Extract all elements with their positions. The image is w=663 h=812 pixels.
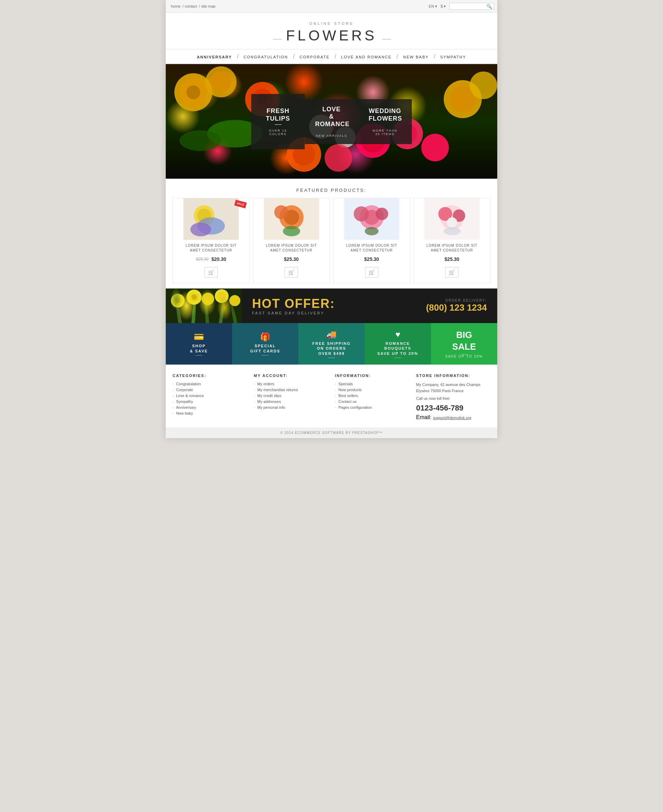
- contact-link[interactable]: contact: [185, 4, 197, 8]
- hot-offer-phone-label: order delivery:: [426, 298, 487, 302]
- product-price-row-1: $25.30 $20.30: [173, 254, 249, 264]
- header-subtitle: ONLINE STORE: [166, 21, 497, 26]
- footer-categories-title: CATEGORIES:: [173, 374, 247, 378]
- list-item: New baby: [173, 411, 247, 415]
- product-card-1: SALE LOREM IPSUM DOLOR SITAMET CONSECTET…: [173, 198, 250, 283]
- svg-point-52: [190, 301, 197, 323]
- product-price-row-4: $25.30: [414, 254, 490, 264]
- currency-selector[interactable]: $ ▾: [441, 4, 446, 9]
- nav-anniversary[interactable]: ANNIVERSARY: [197, 55, 232, 59]
- svg-rect-42: [344, 198, 399, 240]
- big-sale-title: BIGSALE: [452, 329, 476, 353]
- list-item: Specials: [335, 382, 409, 386]
- hero-box-romance-subtitle: NEW ARRIVALS: [315, 134, 348, 138]
- hero-box-tulips-subtitle: OVER 15COLORS: [262, 129, 294, 136]
- svg-point-56: [171, 294, 185, 308]
- footer: CATEGORIES: Congratulation Corporate Lov…: [166, 365, 497, 428]
- footer-info-list: Specials New products Best sellers Conta…: [335, 382, 409, 410]
- product-price-4: $25.30: [445, 256, 459, 262]
- product-card-3: LOREM IPSUM DOLOR SITAMET CONSECTETUR $2…: [333, 198, 410, 283]
- add-to-cart-3[interactable]: 🛒: [365, 267, 378, 277]
- promo-free-shipping[interactable]: 🚚 FREE SHIPPINGON ORDERSOVER $499: [298, 323, 365, 365]
- hot-offer-flowers: [166, 288, 242, 323]
- list-item: Congratulation: [173, 382, 247, 386]
- svg-point-58: [175, 298, 180, 303]
- nav-love-romance[interactable]: LOVE AND ROMANCE: [341, 55, 391, 59]
- hero-box-tulips-title: FRESHTULIPS: [262, 107, 294, 122]
- svg-point-63: [204, 295, 212, 303]
- product-image-1: SALE: [173, 198, 249, 240]
- store-email: Email: support@demolink.org: [416, 414, 490, 420]
- footer-my-account: MY ACCOUNT: My orders My merchandise ret…: [254, 374, 328, 420]
- hero-box-romance-title: LOVE& ROMANCE: [315, 106, 348, 128]
- nav-congratulation[interactable]: CONGRATULATION: [243, 55, 288, 59]
- add-to-cart-2[interactable]: 🛒: [285, 267, 298, 277]
- search-button[interactable]: 🔍: [487, 4, 492, 9]
- shop-save-title: SHOP& SAVE: [190, 344, 208, 353]
- romance-title: ROMANCEBOUQUETSSAVE UP TO 20%: [377, 341, 418, 356]
- hot-offer-text: HOT OFFER: FAST SAME DAY DELIVERY: [242, 297, 426, 315]
- hero-box-romance[interactable]: LOVE& ROMANCE NEW ARRIVALS: [305, 99, 359, 144]
- list-item: My credit slips: [254, 394, 328, 398]
- list-item: My merchandise returns: [254, 388, 328, 392]
- list-item: New products: [335, 388, 409, 392]
- gift-cards-title: SPECIALGIFT CARDS: [250, 344, 280, 353]
- search-container: 🔍: [449, 3, 492, 10]
- product-name-2: LOREM IPSUM DOLOR SITAMET CONSECTETUR: [254, 240, 330, 254]
- svg-rect-35: [264, 198, 319, 240]
- home-link[interactable]: home: [171, 4, 181, 8]
- footer-information: INFORMATION: Specials New products Best …: [335, 374, 409, 420]
- add-to-cart-1[interactable]: 🛒: [204, 267, 218, 277]
- hero-box-wedding-subtitle: MORE THAN35 ITEMS: [369, 129, 402, 136]
- footer-categories: CATEGORIES: Congratulation Corporate Lov…: [173, 374, 247, 420]
- hero-box-wedding[interactable]: WEDDINGFLOWERS MORE THAN35 ITEMS: [359, 99, 412, 144]
- promo-big-sale[interactable]: BIGSALE SAVE UP TO 20%: [431, 323, 497, 365]
- product-name-3: LOREM IPSUM DOLOR SITAMET CONSECTETUR: [333, 240, 410, 254]
- sitemap-link[interactable]: site map: [201, 4, 215, 8]
- products-grid: SALE LOREM IPSUM DOLOR SITAMET CONSECTET…: [166, 198, 497, 288]
- language-selector[interactable]: EN ▾: [429, 4, 437, 9]
- product-image-2: [254, 198, 330, 240]
- product-name-1: LOREM IPSUM DOLOR SITAMET CONSECTETUR: [173, 240, 249, 254]
- svg-point-62: [202, 293, 214, 305]
- svg-point-57: [174, 297, 182, 305]
- product-name-4: LOREM IPSUM DOLOR SITAMET CONSECTETUR: [414, 240, 490, 254]
- nav-sympathy[interactable]: SYMPATHY: [440, 55, 466, 59]
- shipping-divider: [328, 358, 335, 358]
- hero-text-overlay: FRESHTULIPS OVER 15COLORS LOVE& ROMANCE …: [251, 94, 412, 149]
- promo-shop-save[interactable]: 💳 SHOP& SAVE: [166, 323, 232, 365]
- site-header: ONLINE STORE FLOWERS: [166, 13, 497, 49]
- hero-box-wedding-title: WEDDINGFLOWERS: [369, 107, 402, 122]
- gift-cards-icon: 🎁: [260, 332, 270, 342]
- svg-rect-50: [166, 288, 242, 323]
- svg-point-61: [191, 294, 197, 300]
- product-image-4: [414, 198, 490, 240]
- svg-point-65: [218, 292, 226, 300]
- svg-point-64: [215, 289, 229, 303]
- product-image-3: [333, 198, 410, 240]
- store-address: My Company, 42 avenue des Champs Elysées…: [416, 382, 490, 394]
- footer-categories-list: Congratulation Corporate Love & romance …: [173, 382, 247, 415]
- svg-point-67: [231, 297, 238, 304]
- list-item: My personal info: [254, 405, 328, 410]
- list-item: Anniversary: [173, 405, 247, 410]
- hero-box-tulips[interactable]: FRESHTULIPS OVER 15COLORS: [251, 94, 305, 149]
- romance-divider: [395, 358, 401, 358]
- svg-point-55: [230, 304, 239, 323]
- list-item: Best sellers: [335, 394, 409, 398]
- shipping-icon: 🚚: [326, 330, 337, 339]
- hot-offer-subtitle: FAST SAME DAY DELIVERY: [252, 311, 416, 315]
- hero-banner: FRESHTULIPS OVER 15COLORS LOVE& ROMANCE …: [166, 65, 497, 179]
- add-to-cart-4[interactable]: 🛒: [445, 267, 459, 277]
- nav-corporate[interactable]: CORPORATE: [300, 55, 330, 59]
- product-price-row-2: $25.30: [254, 254, 330, 264]
- promo-romance-bouquets[interactable]: ♥ ROMANCEBOUQUETSSAVE UP TO 20%: [365, 323, 431, 365]
- svg-point-59: [186, 290, 202, 305]
- nav-new-baby[interactable]: NEW BABY: [403, 55, 429, 59]
- svg-rect-29: [183, 198, 239, 240]
- top-bar-right: EN ▾ $ ▾ 🔍: [429, 3, 492, 10]
- promo-gift-cards[interactable]: 🎁 SPECIALGIFT CARDS: [232, 323, 298, 365]
- list-item: Contact us: [335, 399, 409, 404]
- product-card-2: LOREM IPSUM DOLOR SITAMET CONSECTETUR $2…: [253, 198, 330, 283]
- svg-point-53: [204, 303, 210, 323]
